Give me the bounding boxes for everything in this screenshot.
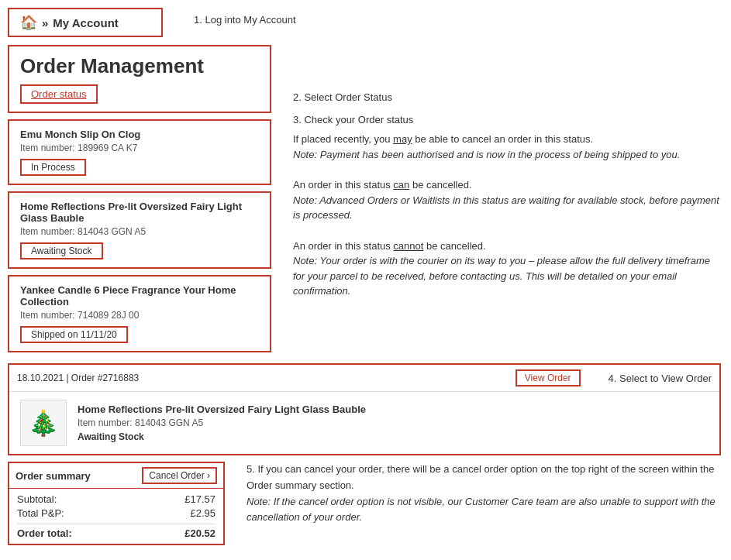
total-value: £20.52	[184, 527, 216, 539]
item3-annotation-note: Note: Your order is with the courier on …	[293, 255, 710, 297]
item2-annotation-note: Note: Advanced Orders or Waitlists in th…	[293, 194, 719, 222]
subtotal-label: Subtotal:	[17, 493, 57, 505]
postage-value: £2.95	[190, 507, 216, 519]
cancel-order-button[interactable]: Cancel Order ›	[142, 467, 217, 484]
item3-number: Item number: 714089 28J 00	[20, 310, 259, 321]
step5-annotation-note: Note: If the cancel order option is not …	[247, 496, 715, 524]
order-status-button[interactable]: Order status	[20, 84, 98, 104]
order-management-title: Order Management	[20, 54, 259, 78]
item1-number: Item number: 189969 CA K7	[20, 143, 259, 153]
item3-name: Yankee Candle 6 Piece Fragrance Your Hom…	[20, 284, 259, 307]
step3-annotation: 3. Check your Order status	[293, 114, 723, 125]
subtotal-value: £17.57	[184, 493, 216, 505]
home-icon: 🏠	[20, 14, 37, 31]
breadcrumb-label: My Account	[53, 16, 118, 29]
item1-name: Emu Monch Slip On Clog	[20, 129, 259, 140]
item1-annotation-note: Note: Payment has been authorised and is…	[293, 149, 680, 160]
item1-status: In Process	[20, 159, 86, 176]
total-label: Order total:	[17, 527, 72, 539]
detail-item-number: Item number: 814043 GGN A5	[78, 417, 366, 428]
detail-product-name: Home Reflections Pre-lit Oversized Fairy…	[78, 404, 366, 415]
item1-annotation-main: If placed recently, you may be able to c…	[293, 133, 593, 145]
item3-status: Shipped on 11/11/20	[20, 326, 128, 343]
item2-annotation-main: An order in this status can be cancelled…	[293, 179, 472, 191]
step4-annotation: 4. Select to View Order	[609, 373, 712, 384]
item2-name: Home Reflections Pre-lit Oversized Fairy…	[20, 201, 259, 224]
breadcrumb-arrow: »	[42, 16, 48, 29]
detail-status: Awaiting Stock	[78, 431, 366, 442]
order-summary-title: Order summary	[16, 470, 91, 482]
item3-annotation-main: An order in this status cannot be cancel…	[293, 240, 486, 252]
item2-number: Item number: 814043 GGN A5	[20, 226, 259, 237]
postage-label: Total P&P:	[17, 507, 64, 519]
order-detail-header: 18.10.2021 | Order #2716883	[17, 373, 139, 383]
step2-annotation: 2. Select Order Status	[293, 91, 392, 103]
step1-annotation: 1. Log into My Account	[194, 14, 296, 26]
step5-annotation-main: 5. If you can cancel your order, there w…	[247, 463, 714, 491]
view-order-button[interactable]: View Order	[515, 369, 581, 387]
item2-status: Awaiting Stock	[20, 242, 103, 259]
product-image: 🎄	[20, 400, 67, 446]
